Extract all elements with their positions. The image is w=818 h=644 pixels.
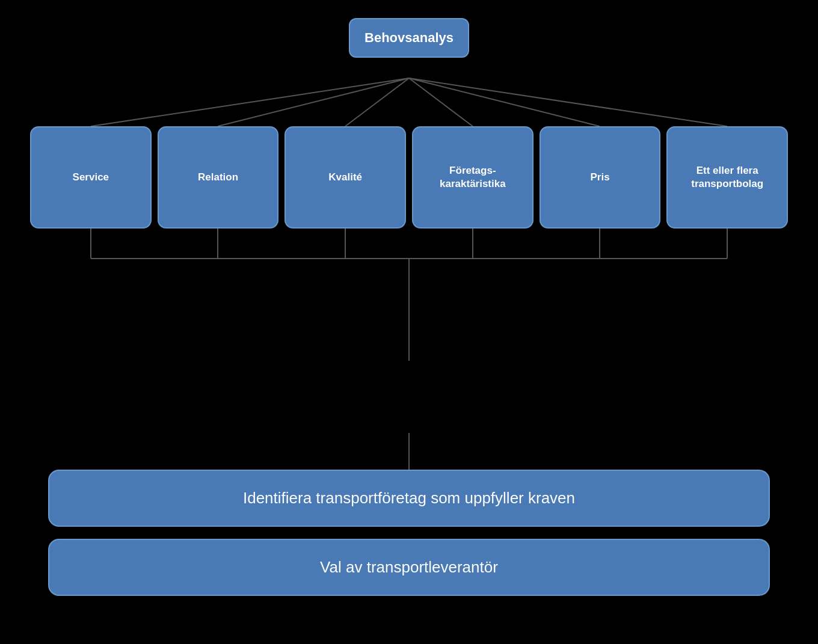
val-box: Val av transportleverantör — [48, 539, 770, 596]
root-node: Behovsanalys — [349, 18, 469, 58]
bottom-boxes-container: Identifiera transportföretag som uppfyll… — [48, 334, 770, 596]
child-kvalite: Kvalité — [284, 126, 406, 228]
children-row: Service Relation Kvalité Företags-karakt… — [30, 126, 788, 228]
child-relation-label: Relation — [198, 171, 238, 184]
child-ett-eller-flera-label: Ett eller fleratransportbolag — [691, 164, 763, 191]
child-pris: Pris — [540, 126, 661, 228]
svg-line-1 — [218, 78, 409, 126]
identifiera-box: Identifiera transportföretag som uppfyll… — [48, 470, 770, 527]
child-kvalite-label: Kvalité — [328, 171, 362, 184]
diagram-container: Behovsanalys Service Relation Kvalité Fö… — [0, 0, 818, 644]
child-relation: Relation — [158, 126, 279, 228]
child-foretagskaraktaristika-label: Företags-karaktäristika — [440, 164, 506, 191]
child-service: Service — [30, 126, 152, 228]
child-ett-eller-flera: Ett eller fleratransportbolag — [666, 126, 788, 228]
child-foretagskaraktaristika: Företags-karaktäristika — [412, 126, 534, 228]
svg-line-0 — [91, 78, 409, 126]
svg-line-5 — [409, 78, 727, 126]
root-label: Behovsanalys — [364, 30, 454, 46]
svg-line-2 — [345, 78, 409, 126]
child-pris-label: Pris — [590, 171, 609, 184]
child-service-label: Service — [73, 171, 109, 184]
identifiera-label: Identifiera transportföretag som uppfyll… — [243, 489, 575, 507]
svg-line-3 — [409, 78, 473, 126]
svg-line-4 — [409, 78, 600, 126]
val-label: Val av transportleverantör — [320, 558, 498, 576]
